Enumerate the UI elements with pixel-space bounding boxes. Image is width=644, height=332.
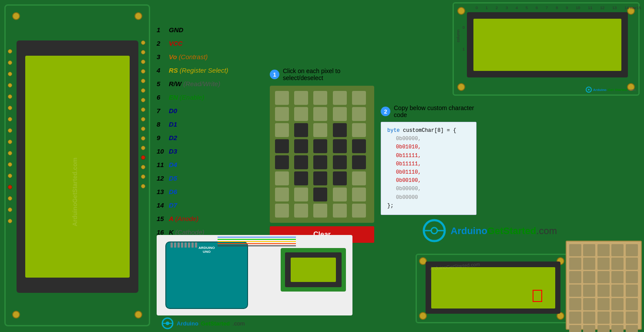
pin-dot-6 [8,106,12,110]
pin-name-7: D0 [169,107,177,114]
pixel-cell-10[interactable] [275,123,289,137]
col-labels: 012345 67891011 12131415 [476,6,641,10]
pixel-cell-35[interactable] [275,204,289,218]
pixel-zoom-grid [569,244,638,332]
pin-name-11: D4 [169,161,177,168]
lcd-top-right: 012345 67891011 12131415 row 0 1 column … [453,2,640,96]
pin-name-2: VCC [169,40,183,47]
code-line-3: 0b01010, [387,143,470,151]
rpin-11 [141,136,145,141]
pixel-cell-36[interactable] [294,204,308,218]
rpin-1 [141,40,145,45]
zoom-cell-11 [583,271,595,283]
pixel-cell-19[interactable] [352,139,366,153]
pixel-cell-31[interactable] [294,188,308,201]
pixel-grid[interactable] [275,91,369,218]
pin-name-6: EN [169,94,178,101]
corner-bolt-br [134,311,142,319]
logo-text-com: .com [232,320,245,327]
pin-dot-2 [8,60,12,65]
pin-dot-13 [8,185,12,189]
pixel-cell-20[interactable] [275,155,289,169]
pixel-cell-30[interactable] [275,188,289,201]
code-instruction-text: Copy below custom character code [394,104,476,118]
pin-row-3: 3 Vo (Contrast) [157,53,278,60]
pin-desc-4: (Register Select) [180,67,228,74]
pin-dot-4 [8,83,12,87]
pixel-cell-0[interactable] [275,91,289,105]
rpin-7 [141,98,145,102]
pin-num-13: 13 [157,188,169,195]
pixel-cell-27[interactable] [313,171,327,185]
pixel-cell-38[interactable] [333,204,347,218]
zoom-cell-18 [611,285,624,297]
pixel-cell-14[interactable] [352,123,366,137]
pin-dot-3 [8,72,12,76]
pixel-cell-17[interactable] [313,139,327,153]
pixel-instruction: 1 Click on each pixel to select/deselect [270,67,374,81]
pixel-cell-7[interactable] [313,107,327,121]
pixel-cell-3[interactable] [333,91,347,105]
pixel-cell-37[interactable] [313,204,327,218]
zoom-cell-31 [583,325,595,332]
pixel-cell-23[interactable] [333,155,347,169]
pixel-instruction-text: Click on each pixel to select/deselect [283,67,374,81]
pixel-cell-34[interactable] [352,188,366,201]
zoom-cell-29 [626,312,638,324]
pin-row-5: 5 R/W (Read/Write) [157,80,278,87]
pixel-cell-6[interactable] [294,107,308,121]
code-box: byte customChar[8] = { 0b00000, 0b01010,… [381,122,476,215]
rpin-2 [141,50,145,54]
rpin-9 [141,117,145,121]
rpin-4 [141,69,145,74]
zoom-cell-17 [597,285,610,297]
pin-desc-3: (Contrast) [179,53,208,60]
pin-name-8: D1 [169,121,177,128]
zoom-cell-20 [569,298,581,310]
zoom-cell-14 [626,271,638,283]
pixel-cell-21[interactable] [294,155,308,169]
watermark-main: ArduinoGetStarted.com [71,158,78,226]
tr-corner-bl [457,83,465,91]
pixel-cell-2[interactable] [313,91,327,105]
pixel-cell-12[interactable] [313,123,327,137]
pixel-cell-9[interactable] [352,107,366,121]
pixel-cell-33[interactable] [333,188,347,201]
arduino-label: ARDUINOUNO [198,246,215,254]
pixel-cell-29[interactable] [352,171,366,185]
rpin-16 [141,184,145,188]
pixel-cell-16[interactable] [294,139,308,153]
pixel-cell-22[interactable] [313,155,327,169]
pixel-cell-39[interactable] [352,204,366,218]
zoom-cell-32 [597,325,610,332]
pin-row-12: 12 D5 [157,174,278,182]
pixel-cell-18[interactable] [333,139,347,153]
brand-icon-small [586,87,592,93]
step-1-circle: 1 [270,70,279,79]
pin-row-13: 13 D6 [157,188,278,195]
pin-row-1: 1 GND [157,26,278,34]
pixel-cell-28[interactable] [333,171,347,185]
brand-text-group: ArduinoGetStarted.com [451,225,557,237]
pixel-cell-4[interactable] [352,91,366,105]
pixel-cell-26[interactable] [294,171,308,185]
pixel-cell-13[interactable] [333,123,347,137]
pixel-cell-8[interactable] [333,107,347,121]
pin-name-9: D2 [169,134,177,141]
lcd-screen-small [285,252,342,287]
lcd-screen-green [291,258,336,282]
pixel-cell-32[interactable] [313,188,327,201]
pin-row-15: 15 A (Anode) [157,215,278,222]
pin-num-6: 6 [157,94,169,101]
pin-name-10: D3 [169,148,177,155]
pixel-cell-24[interactable] [352,155,366,169]
pin-num-9: 9 [157,134,169,141]
pixel-cell-25[interactable] [275,171,289,185]
svg-point-1 [588,89,590,91]
pin-num-3: 3 [157,53,169,60]
pixel-cell-1[interactable] [294,91,308,105]
pixel-cell-5[interactable] [275,107,289,121]
pixel-cell-11[interactable] [294,123,308,137]
pixel-cell-15[interactable] [275,139,289,153]
logo-icon-left [161,317,174,330]
